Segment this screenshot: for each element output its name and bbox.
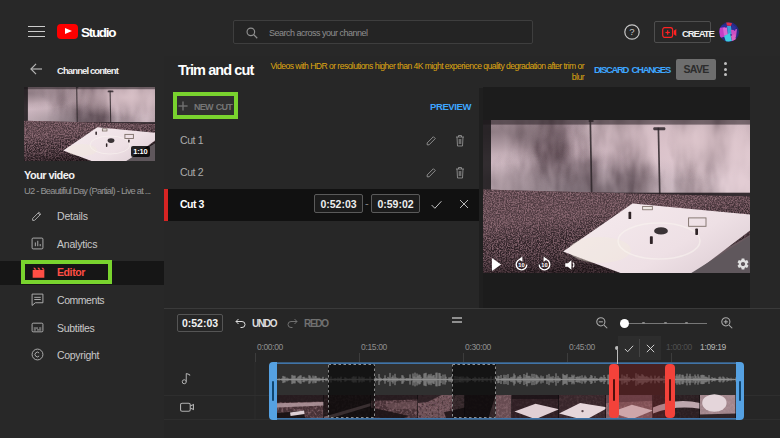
svg-text:10: 10 [518,262,524,268]
svg-text:10: 10 [541,262,547,268]
svg-text:?: ? [629,26,634,37]
